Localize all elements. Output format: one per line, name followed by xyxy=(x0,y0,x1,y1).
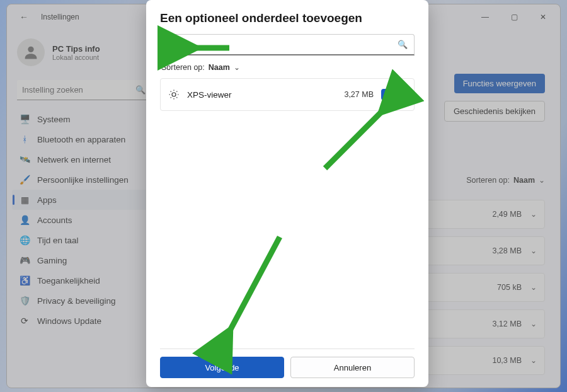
dialog-sort-label: Sorteren op: xyxy=(161,63,205,72)
search-icon: 🔍 xyxy=(398,40,408,49)
add-optional-feature-dialog: Een optioneel onderdeel toevoegen XPS 🔍 … xyxy=(146,0,428,387)
dialog-sort[interactable]: Sorteren op: Naam ⌄ xyxy=(161,63,413,72)
cancel-button[interactable]: Annuleren xyxy=(290,357,415,378)
feature-result-name: XPS-viewer xyxy=(187,90,232,100)
feature-result-size: 3,27 MB xyxy=(344,90,374,99)
dialog-title: Een optioneel onderdeel toevoegen xyxy=(160,11,415,25)
dialog-sort-value: Naam xyxy=(209,63,230,72)
gear-icon xyxy=(168,89,180,100)
feature-result-row[interactable]: XPS-viewer 3,27 MB ✓ ⌄ xyxy=(160,78,415,111)
feature-checkbox[interactable]: ✓ xyxy=(381,89,392,100)
chevron-down-icon: ⌄ xyxy=(234,63,240,72)
chevron-down-icon[interactable]: ⌄ xyxy=(400,90,406,99)
dialog-search-input[interactable]: XPS 🔍 xyxy=(160,34,415,55)
next-button[interactable]: Volgende xyxy=(160,357,284,378)
dialog-search-value: XPS xyxy=(167,40,185,50)
